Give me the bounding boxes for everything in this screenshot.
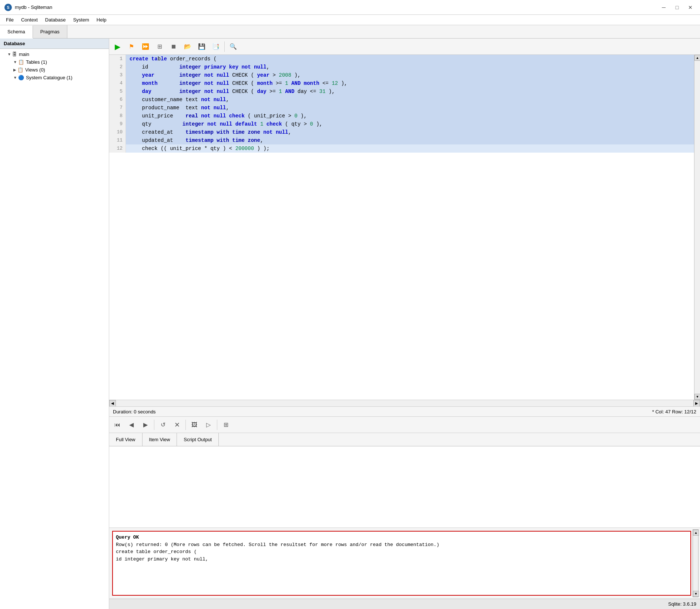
code-editor[interactable]: 1 create table order_records ( 2 id inte…: [109, 55, 694, 400]
qo-scroll-down[interactable]: ▼: [693, 591, 699, 597]
line-num-4: 4: [109, 79, 126, 87]
line-content-8: unit_price real not null check ( unit_pr…: [126, 112, 694, 120]
maximize-button[interactable]: □: [672, 3, 682, 11]
refresh-data-button[interactable]: ↺: [156, 419, 170, 431]
duration-text: Duration: 0 seconds: [113, 409, 156, 415]
query-id-line: id integer primary key not null,: [116, 556, 687, 563]
line-num-8: 8: [109, 112, 126, 120]
menu-context[interactable]: Context: [17, 16, 41, 24]
line-num-12: 12: [109, 144, 126, 153]
code-line-11: 11 updated_at timestamp with time zone,: [109, 136, 694, 144]
line-num-10: 10: [109, 128, 126, 136]
tree-item-tables[interactable]: ▼ 📋 Tables (1): [0, 58, 109, 66]
run-explain-button[interactable]: ⚑: [125, 40, 138, 53]
next-row-button[interactable]: ▶: [139, 419, 152, 431]
menu-system[interactable]: System: [69, 16, 93, 24]
query-output-wrapper: Query OK Row(s) returned: 0 (More rows c…: [109, 528, 700, 599]
code-line-5: 5 day integer not null CHECK ( day >= 1 …: [109, 87, 694, 96]
tree-item-views[interactable]: ▶ 📋 Views (0): [0, 66, 109, 74]
title-bar: S mydb - Sqliteman ─ □ ✕: [0, 0, 700, 15]
line-num-11: 11: [109, 136, 126, 144]
code-line-10: 10 created_at timestamp with time zone n…: [109, 128, 694, 136]
minimize-button[interactable]: ─: [659, 3, 669, 11]
line-content-7: product_name text not null,: [126, 104, 694, 112]
line-num-2: 2: [109, 63, 126, 71]
tree-label-main: main: [19, 51, 29, 57]
stop-button[interactable]: ⏹: [167, 40, 180, 53]
code-line-9: 9 qty integer not null default 1 check (…: [109, 120, 694, 128]
right-panel: ▶ ⚑ ⏩ ⊞ ⏹ 📂 💾 📑 🔍 1 create table order_r…: [109, 39, 700, 609]
menu-help[interactable]: Help: [93, 16, 110, 24]
menu-database[interactable]: Database: [41, 16, 70, 24]
code-line-2: 2 id integer primary key not null,: [109, 63, 694, 71]
tree-item-main[interactable]: ▼ 🗄 main: [0, 50, 109, 58]
catalogue-icon: 🔵: [18, 75, 24, 80]
vscroll-up-btn[interactable]: ▲: [694, 55, 700, 61]
position-text: * Col: 47 Row: 12/12: [652, 409, 696, 415]
tree-label-views: Views (0): [25, 67, 45, 73]
menu-bar: File Context Database System Help: [0, 15, 700, 25]
run-step-button[interactable]: ⏩: [139, 40, 152, 53]
expand-arrow-main: ▼: [7, 52, 11, 56]
editor-area: 1 create table order_records ( 2 id inte…: [109, 55, 700, 406]
line-content-11: updated_at timestamp with time zone,: [126, 136, 694, 144]
delete-row-button[interactable]: ✕: [170, 419, 184, 431]
database-header: Database: [0, 39, 109, 49]
first-row-button[interactable]: ⏮: [111, 419, 124, 431]
status-bar: Duration: 0 seconds * Col: 47 Row: 12/12: [109, 406, 700, 417]
line-content-1: create table order_records (: [126, 55, 694, 63]
left-panel: Database ▼ 🗄 main ▼ 📋 Tables (1) ▶ 📋 Vie…: [0, 39, 109, 609]
line-content-9: qty integer not null default 1 check ( q…: [126, 120, 694, 128]
query-output-vscroll[interactable]: ▲ ▼: [693, 529, 699, 597]
expand-arrow-tables: ▼: [13, 60, 17, 64]
sqlite-version: Sqlite: 3.6.19: [668, 601, 696, 607]
line-content-5: day integer not null CHECK ( day >= 1 AN…: [126, 87, 694, 96]
hscroll-track[interactable]: [116, 400, 693, 406]
close-button[interactable]: ✕: [685, 3, 696, 11]
tab-pragmas[interactable]: Pragmas: [33, 25, 67, 38]
prev-row-button[interactable]: ◀: [125, 419, 138, 431]
tab-script-output[interactable]: Script Output: [177, 433, 219, 446]
line-num-9: 9: [109, 120, 126, 128]
code-line-12: 12 check (( unit_price * qty ) < 200000 …: [109, 144, 694, 153]
vscroll-down-btn[interactable]: ▼: [694, 394, 700, 400]
export-data-button[interactable]: ▷: [202, 419, 215, 431]
tab-full-view[interactable]: Full View: [109, 433, 143, 446]
image-view-button[interactable]: 🖼: [188, 419, 201, 431]
second-toolbar-sep2: [185, 420, 186, 430]
tab-schema[interactable]: Schema: [0, 26, 33, 39]
open-button[interactable]: 📂: [181, 40, 194, 53]
search-button[interactable]: 🔍: [227, 40, 240, 53]
expand-arrow-catalogue: ▼: [13, 76, 17, 80]
editor-hscroll[interactable]: ◀ ▶: [109, 400, 700, 406]
code-line-4: 4 month integer not null CHECK ( month >…: [109, 79, 694, 87]
query-output[interactable]: Query OK Row(s) returned: 0 (More rows c…: [112, 531, 691, 596]
line-content-4: month integer not null CHECK ( month >= …: [126, 79, 694, 87]
tree-container[interactable]: ▼ 🗄 main ▼ 📋 Tables (1) ▶ 📋 Views (0) ▼ …: [0, 49, 109, 609]
table-view-button[interactable]: ⊞: [219, 419, 232, 431]
run-button[interactable]: ▶: [111, 40, 124, 53]
hscroll-left-btn[interactable]: ◀: [109, 400, 116, 407]
line-num-7: 7: [109, 104, 126, 112]
line-content-12: check (( unit_price * qty ) < 200000 ) )…: [126, 144, 694, 153]
tab-item-view[interactable]: Item View: [143, 433, 177, 446]
line-content-2: id integer primary key not null,: [126, 63, 694, 71]
tree-label-tables: Tables (1): [26, 59, 47, 65]
menu-file[interactable]: File: [2, 16, 17, 24]
tree-item-catalogue[interactable]: ▼ 🔵 System Catalogue (1): [0, 74, 109, 81]
code-vscroll[interactable]: ▲ ▼: [694, 55, 700, 400]
saveall-button[interactable]: 📑: [209, 40, 222, 53]
query-row-line: Row(s) returned: 0 (More rows can be fet…: [116, 541, 687, 549]
code-line-8: 8 unit_price real not null check ( unit_…: [109, 112, 694, 120]
second-toolbar-sep3: [217, 420, 217, 430]
grid-button[interactable]: ⊞: [153, 40, 166, 53]
save-button[interactable]: 💾: [195, 40, 208, 53]
result-tabs: Full View Item View Script Output: [109, 433, 700, 446]
tables-icon: 📋: [18, 59, 24, 65]
hscroll-right-btn[interactable]: ▶: [693, 400, 700, 407]
db-icon: 🗄: [12, 51, 17, 57]
qo-scroll-up[interactable]: ▲: [693, 530, 699, 536]
query-create-line: create table order_records (: [116, 548, 687, 556]
main-toolbar: ▶ ⚑ ⏩ ⊞ ⏹ 📂 💾 📑 🔍: [109, 39, 700, 55]
tree-label-catalogue: System Catalogue (1): [26, 75, 73, 80]
